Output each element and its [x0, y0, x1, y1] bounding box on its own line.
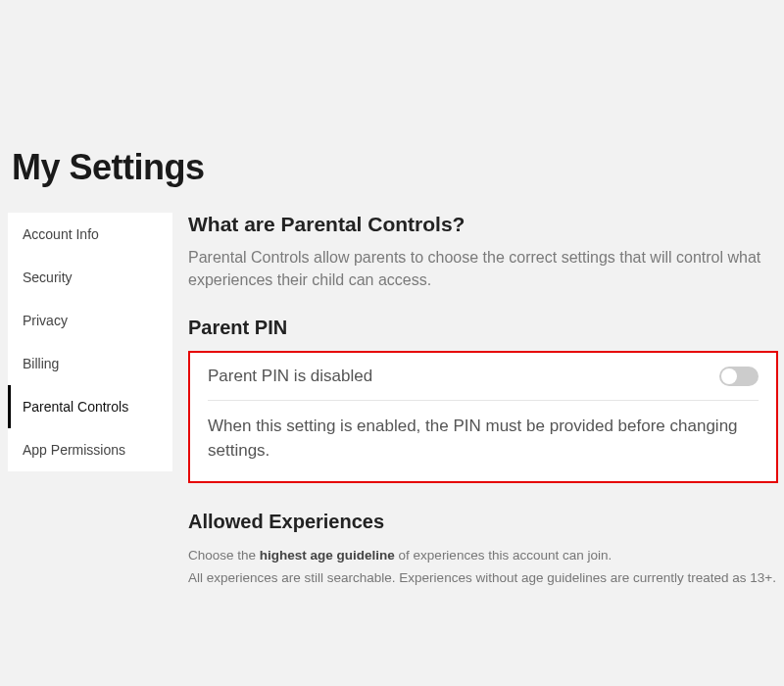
allowed-exp-line1-pre: Choose the — [188, 548, 260, 563]
sidebar-item-parental-controls[interactable]: Parental Controls — [8, 385, 172, 428]
allowed-exp-line1-post: of experiences this account can join. — [395, 548, 612, 563]
allowed-experiences-line2: All experiences are still searchable. Ex… — [188, 567, 778, 590]
parent-pin-toggle[interactable] — [719, 367, 759, 386]
settings-sidebar: Account Info Security Privacy Billing Pa… — [8, 213, 172, 471]
sidebar-item-security[interactable]: Security — [8, 256, 172, 299]
toggle-knob-icon — [721, 368, 737, 384]
sidebar-item-app-permissions[interactable]: App Permissions — [8, 428, 172, 471]
allowed-experiences-line1: Choose the highest age guideline of expe… — [188, 545, 778, 567]
allowed-experiences-heading: Allowed Experiences — [188, 511, 778, 533]
parent-pin-status-label: Parent PIN is disabled — [208, 367, 372, 386]
parent-pin-heading: Parent PIN — [188, 317, 778, 339]
page-title: My Settings — [0, 0, 784, 213]
allowed-exp-line1-bold: highest age guideline — [260, 548, 395, 563]
sidebar-item-account-info[interactable]: Account Info — [8, 213, 172, 256]
content-area: What are Parental Controls? Parental Con… — [172, 213, 784, 590]
intro-text: Parental Controls allow parents to choos… — [188, 246, 778, 291]
parent-pin-panel: Parent PIN is disabled When this setting… — [188, 351, 778, 482]
sidebar-item-privacy[interactable]: Privacy — [8, 299, 172, 342]
sidebar-item-billing[interactable]: Billing — [8, 342, 172, 385]
settings-layout: Account Info Security Privacy Billing Pa… — [0, 213, 784, 590]
parent-pin-description: When this setting is enabled, the PIN mu… — [208, 415, 759, 463]
parent-pin-toggle-row: Parent PIN is disabled — [208, 367, 759, 401]
intro-heading: What are Parental Controls? — [188, 213, 778, 236]
